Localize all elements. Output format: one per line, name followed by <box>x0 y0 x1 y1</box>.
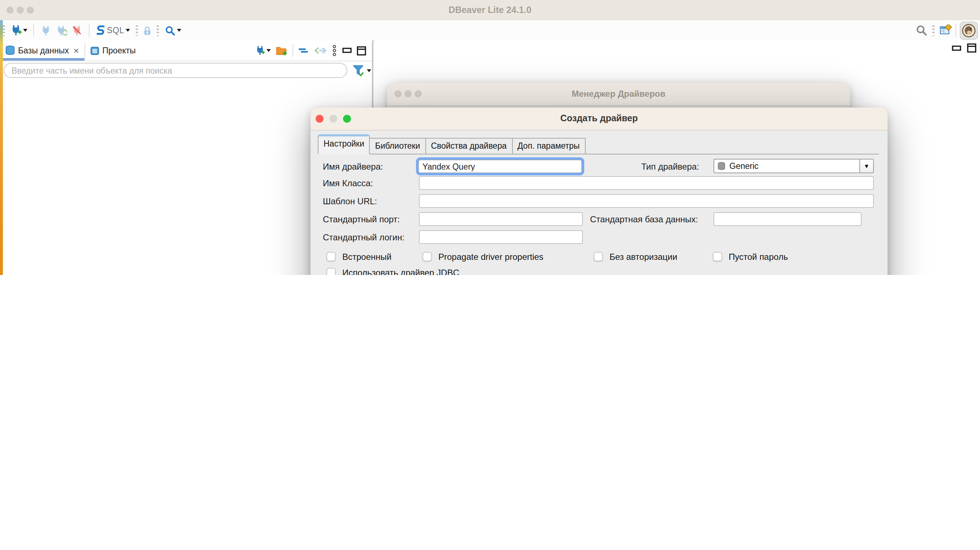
chevron-down-icon <box>23 29 27 32</box>
lock-icon[interactable] <box>142 25 153 36</box>
driver-name-label: Имя драйвера: <box>323 162 383 172</box>
navigator-search-row <box>0 61 372 81</box>
new-folder-icon[interactable] <box>276 46 288 55</box>
plug-new-icon <box>10 25 22 36</box>
no-auth-label: Без авторизации <box>609 252 678 262</box>
propagate-properties-checkbox[interactable] <box>423 252 432 261</box>
driver-name-input[interactable] <box>418 160 582 173</box>
collapse-all-icon[interactable] <box>298 46 309 55</box>
view-menu-icon[interactable] <box>331 45 337 56</box>
empty-password-checkbox[interactable] <box>713 252 722 261</box>
new-connection-button[interactable] <box>9 23 29 38</box>
no-auth-checkbox[interactable] <box>593 252 603 261</box>
window-titlebar: DBeaver Lite 24.1.0 <box>0 0 980 21</box>
embedded-checkbox-label: Встроенный <box>342 252 391 262</box>
default-database-input[interactable] <box>714 212 862 226</box>
database-gray-icon <box>717 161 726 171</box>
projects-icon <box>90 46 100 55</box>
sql-editor-button[interactable]: SQL <box>94 23 131 38</box>
url-template-input[interactable] <box>419 194 874 208</box>
search-icon <box>165 25 175 36</box>
window-title: DBeaver Lite 24.1.0 <box>0 5 980 15</box>
minimize-view-icon[interactable] <box>952 44 961 53</box>
tab-projects-label: Проекты <box>103 46 136 55</box>
navigator-tabrow: Базы данных ✕ Проекты <box>0 40 372 61</box>
window-edge-stripe <box>0 20 3 275</box>
default-database-label: Стандартная база данных: <box>590 214 698 225</box>
object-search-input[interactable] <box>3 63 347 78</box>
chevron-down-icon <box>266 49 271 52</box>
tab-databases[interactable]: Базы данных ✕ <box>0 40 84 61</box>
tab-libraries[interactable]: Библиотеки <box>369 138 426 154</box>
beaver-logo-icon <box>962 24 976 37</box>
chevron-down-icon <box>126 29 130 32</box>
main-toolbar: SQL <box>0 20 980 41</box>
chevron-down-icon[interactable] <box>367 69 371 72</box>
default-port-label: Стандартный порт: <box>323 214 400 225</box>
driver-type-combo[interactable]: Generic ▼ <box>714 159 874 173</box>
tab-driver-properties[interactable]: Свойства драйвера <box>425 138 512 154</box>
use-jdbc-label: Использовать драйвер JDBC <box>342 268 459 275</box>
default-user-input[interactable] <box>419 230 583 244</box>
create-driver-dialog: Создать драйвер Настройки Библиотеки Сво… <box>310 108 888 275</box>
maximize-view-icon[interactable] <box>967 43 977 53</box>
connect-button[interactable] <box>40 25 51 36</box>
driver-manager-title: Менеджер Драйверов <box>387 89 850 99</box>
propagate-properties-label: Propagate driver properties <box>438 252 543 262</box>
embedded-checkbox[interactable] <box>326 252 336 261</box>
class-name-label: Имя Класса: <box>323 178 373 189</box>
sql-scroll-icon <box>95 25 105 36</box>
create-driver-tabs: Настройки Библиотеки Свойства драйвера Д… <box>318 137 585 154</box>
combo-dropdown-button[interactable]: ▼ <box>859 160 873 173</box>
user-avatar[interactable] <box>960 21 978 39</box>
use-jdbc-checkbox[interactable] <box>326 268 336 275</box>
tab-settings[interactable]: Настройки <box>318 134 370 154</box>
default-port-input[interactable] <box>419 212 583 226</box>
minimize-view-icon[interactable] <box>342 46 352 55</box>
driver-manager-titlebar: Менеджер Драйверов <box>387 82 850 106</box>
chevron-down-icon <box>177 29 181 32</box>
empty-password-label: Пустой пароль <box>729 252 788 262</box>
search-toolbar-button[interactable] <box>163 24 183 37</box>
navigator-toolbar <box>255 40 366 61</box>
new-connection-small-button[interactable] <box>255 46 271 55</box>
tab-databases-label: Базы данных <box>18 46 69 55</box>
driver-type-value: Generic <box>729 162 759 170</box>
quick-search-icon[interactable] <box>916 25 927 36</box>
dbeaver-window: DBeaver Lite 24.1.0 SQL <box>0 0 980 275</box>
driver-type-label: Тип драйвера: <box>641 162 699 172</box>
tab-projects[interactable]: Проекты <box>85 40 141 61</box>
maximize-view-icon[interactable] <box>357 46 366 55</box>
close-tab-icon[interactable]: ✕ <box>73 46 80 54</box>
disconnect-button[interactable] <box>72 25 82 36</box>
tab-extra-parameters[interactable]: Доп. параметры <box>512 138 585 154</box>
filter-icon[interactable] <box>352 64 366 77</box>
create-driver-titlebar: Создать драйвер <box>310 108 888 131</box>
class-name-input[interactable] <box>419 176 874 190</box>
toolbar-grip[interactable] <box>3 25 5 36</box>
link-with-editor-icon[interactable] <box>313 46 326 55</box>
sql-label: SQL <box>107 26 124 35</box>
create-driver-title: Создать драйвер <box>310 113 888 124</box>
reconnect-button[interactable] <box>56 25 67 36</box>
url-template-label: Шаблон URL: <box>323 197 377 206</box>
default-user-label: Стандартный логин: <box>323 232 404 243</box>
database-icon <box>5 46 15 55</box>
perspective-icon[interactable] <box>940 25 952 36</box>
